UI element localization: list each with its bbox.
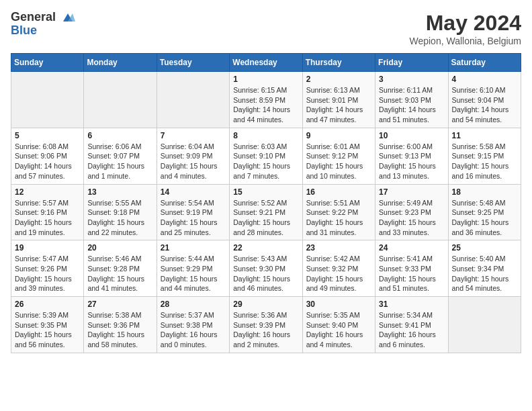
calendar-day-cell: 2Sunrise: 6:13 AM Sunset: 9:01 PM Daylig…: [302, 72, 375, 128]
day-info: Sunrise: 6:00 AM Sunset: 9:13 PM Dayligh…: [379, 142, 444, 181]
day-info: Sunrise: 6:13 AM Sunset: 9:01 PM Dayligh…: [306, 85, 371, 125]
day-number: 24: [379, 243, 444, 253]
calendar-day-cell: 22Sunrise: 5:43 AM Sunset: 9:30 PM Dayli…: [230, 240, 302, 297]
day-number: 2: [306, 75, 371, 84]
day-number: 3: [379, 75, 444, 84]
page-header: General Blue May 2024 Wepion, Wallonia, …: [11, 11, 521, 46]
calendar-day-cell: 18Sunrise: 5:48 AM Sunset: 9:25 PM Dayli…: [448, 184, 521, 240]
weekday-header: Wednesday: [230, 54, 302, 72]
day-number: 31: [379, 300, 444, 309]
day-info: Sunrise: 5:46 AM Sunset: 9:28 PM Dayligh…: [87, 254, 152, 293]
calendar-week-row: 19Sunrise: 5:47 AM Sunset: 9:26 PM Dayli…: [11, 240, 521, 297]
calendar-week-row: 1Sunrise: 6:15 AM Sunset: 8:59 PM Daylig…: [11, 72, 521, 128]
day-info: Sunrise: 5:44 AM Sunset: 9:29 PM Dayligh…: [161, 254, 226, 293]
calendar-header: SundayMondayTuesdayWednesdayThursdayFrid…: [11, 54, 521, 72]
day-info: Sunrise: 5:58 AM Sunset: 9:15 PM Dayligh…: [452, 142, 517, 181]
calendar-day-cell: 8Sunrise: 6:03 AM Sunset: 9:10 PM Daylig…: [230, 128, 302, 184]
day-info: Sunrise: 5:43 AM Sunset: 9:30 PM Dayligh…: [233, 254, 298, 293]
calendar-day-cell: [84, 72, 157, 128]
day-number: 1: [233, 75, 298, 84]
day-info: Sunrise: 5:52 AM Sunset: 9:21 PM Dayligh…: [233, 198, 298, 238]
calendar-day-cell: 25Sunrise: 5:40 AM Sunset: 9:34 PM Dayli…: [448, 240, 521, 297]
calendar-table: SundayMondayTuesdayWednesdayThursdayFrid…: [11, 53, 521, 353]
logo-general-line: General: [11, 11, 75, 24]
day-info: Sunrise: 5:40 AM Sunset: 9:34 PM Dayligh…: [452, 254, 517, 293]
calendar-day-cell: 27Sunrise: 5:38 AM Sunset: 9:36 PM Dayli…: [84, 297, 157, 353]
calendar-day-cell: 28Sunrise: 5:37 AM Sunset: 9:38 PM Dayli…: [157, 297, 229, 353]
day-info: Sunrise: 6:03 AM Sunset: 9:10 PM Dayligh…: [233, 142, 298, 181]
weekday-header: Thursday: [302, 54, 375, 72]
calendar-day-cell: 13Sunrise: 5:55 AM Sunset: 9:18 PM Dayli…: [84, 184, 157, 240]
calendar-day-cell: 10Sunrise: 6:00 AM Sunset: 9:13 PM Dayli…: [375, 128, 448, 184]
month-year: May 2024: [409, 11, 521, 36]
day-number: 23: [306, 243, 371, 253]
day-info: Sunrise: 5:47 AM Sunset: 9:26 PM Dayligh…: [15, 254, 80, 293]
day-number: 29: [233, 300, 298, 309]
day-number: 14: [161, 187, 226, 197]
calendar-day-cell: 4Sunrise: 6:10 AM Sunset: 9:04 PM Daylig…: [448, 72, 521, 128]
day-number: 13: [87, 187, 152, 197]
day-number: 28: [161, 300, 226, 309]
day-info: Sunrise: 6:11 AM Sunset: 9:03 PM Dayligh…: [379, 85, 444, 125]
calendar-day-cell: 15Sunrise: 5:52 AM Sunset: 9:21 PM Dayli…: [230, 184, 302, 240]
calendar-day-cell: 12Sunrise: 5:57 AM Sunset: 9:16 PM Dayli…: [11, 184, 84, 240]
calendar-body: 1Sunrise: 6:15 AM Sunset: 8:59 PM Daylig…: [11, 72, 521, 353]
calendar-day-cell: 5Sunrise: 6:08 AM Sunset: 9:06 PM Daylig…: [11, 128, 84, 184]
logo: General Blue: [11, 11, 75, 38]
calendar-week-row: 26Sunrise: 5:39 AM Sunset: 9:35 PM Dayli…: [11, 297, 521, 353]
location: Wepion, Wallonia, Belgium: [409, 36, 521, 46]
day-number: 18: [452, 187, 517, 197]
day-number: 6: [87, 131, 152, 140]
day-number: 5: [15, 131, 80, 140]
logo-blue: Blue: [11, 24, 37, 37]
calendar-day-cell: 29Sunrise: 5:36 AM Sunset: 9:39 PM Dayli…: [230, 297, 302, 353]
day-number: 30: [306, 300, 371, 309]
calendar-week-row: 12Sunrise: 5:57 AM Sunset: 9:16 PM Dayli…: [11, 184, 521, 240]
day-number: 19: [15, 243, 80, 253]
day-info: Sunrise: 5:55 AM Sunset: 9:18 PM Dayligh…: [87, 198, 152, 238]
day-info: Sunrise: 5:42 AM Sunset: 9:32 PM Dayligh…: [306, 254, 371, 293]
day-number: 21: [161, 243, 226, 253]
day-number: 25: [452, 243, 517, 253]
day-number: 15: [233, 187, 298, 197]
calendar-day-cell: 9Sunrise: 6:01 AM Sunset: 9:12 PM Daylig…: [302, 128, 375, 184]
day-info: Sunrise: 6:04 AM Sunset: 9:09 PM Dayligh…: [161, 142, 226, 181]
calendar-day-cell: [11, 72, 84, 128]
calendar-day-cell: 20Sunrise: 5:46 AM Sunset: 9:28 PM Dayli…: [84, 240, 157, 297]
day-info: Sunrise: 5:39 AM Sunset: 9:35 PM Dayligh…: [15, 310, 80, 350]
day-info: Sunrise: 6:10 AM Sunset: 9:04 PM Dayligh…: [452, 85, 517, 125]
day-info: Sunrise: 6:08 AM Sunset: 9:06 PM Dayligh…: [15, 142, 80, 181]
day-info: Sunrise: 5:38 AM Sunset: 9:36 PM Dayligh…: [87, 310, 152, 350]
day-info: Sunrise: 5:57 AM Sunset: 9:16 PM Dayligh…: [15, 198, 80, 238]
day-info: Sunrise: 5:37 AM Sunset: 9:38 PM Dayligh…: [161, 310, 226, 350]
day-number: 8: [233, 131, 298, 140]
calendar-day-cell: 26Sunrise: 5:39 AM Sunset: 9:35 PM Dayli…: [11, 297, 84, 353]
day-number: 4: [452, 75, 517, 84]
logo-general: General: [11, 10, 56, 24]
day-info: Sunrise: 6:01 AM Sunset: 9:12 PM Dayligh…: [306, 142, 371, 181]
day-info: Sunrise: 6:15 AM Sunset: 8:59 PM Dayligh…: [233, 85, 298, 125]
calendar-day-cell: 6Sunrise: 6:06 AM Sunset: 9:07 PM Daylig…: [84, 128, 157, 184]
day-info: Sunrise: 5:34 AM Sunset: 9:41 PM Dayligh…: [379, 310, 444, 350]
calendar-day-cell: 30Sunrise: 5:35 AM Sunset: 9:40 PM Dayli…: [302, 297, 375, 353]
day-number: 20: [87, 243, 152, 253]
logo-text: General Blue: [11, 11, 75, 38]
calendar-day-cell: 17Sunrise: 5:49 AM Sunset: 9:23 PM Dayli…: [375, 184, 448, 240]
calendar-day-cell: 7Sunrise: 6:04 AM Sunset: 9:09 PM Daylig…: [157, 128, 229, 184]
calendar-day-cell: [448, 297, 521, 353]
calendar-day-cell: 16Sunrise: 5:51 AM Sunset: 9:22 PM Dayli…: [302, 184, 375, 240]
day-number: 7: [161, 131, 226, 140]
calendar-day-cell: 14Sunrise: 5:54 AM Sunset: 9:19 PM Dayli…: [157, 184, 229, 240]
calendar-day-cell: 24Sunrise: 5:41 AM Sunset: 9:33 PM Dayli…: [375, 240, 448, 297]
calendar-day-cell: 23Sunrise: 5:42 AM Sunset: 9:32 PM Dayli…: [302, 240, 375, 297]
calendar-day-cell: 1Sunrise: 6:15 AM Sunset: 8:59 PM Daylig…: [230, 72, 302, 128]
day-info: Sunrise: 5:41 AM Sunset: 9:33 PM Dayligh…: [379, 254, 444, 293]
day-number: 22: [233, 243, 298, 253]
weekday-header: Friday: [375, 54, 448, 72]
calendar-day-cell: 19Sunrise: 5:47 AM Sunset: 9:26 PM Dayli…: [11, 240, 84, 297]
day-info: Sunrise: 5:49 AM Sunset: 9:23 PM Dayligh…: [379, 198, 444, 238]
day-info: Sunrise: 6:06 AM Sunset: 9:07 PM Dayligh…: [87, 142, 152, 181]
weekday-header: Sunday: [11, 54, 84, 72]
weekday-header: Monday: [84, 54, 157, 72]
day-info: Sunrise: 5:51 AM Sunset: 9:22 PM Dayligh…: [306, 198, 371, 238]
